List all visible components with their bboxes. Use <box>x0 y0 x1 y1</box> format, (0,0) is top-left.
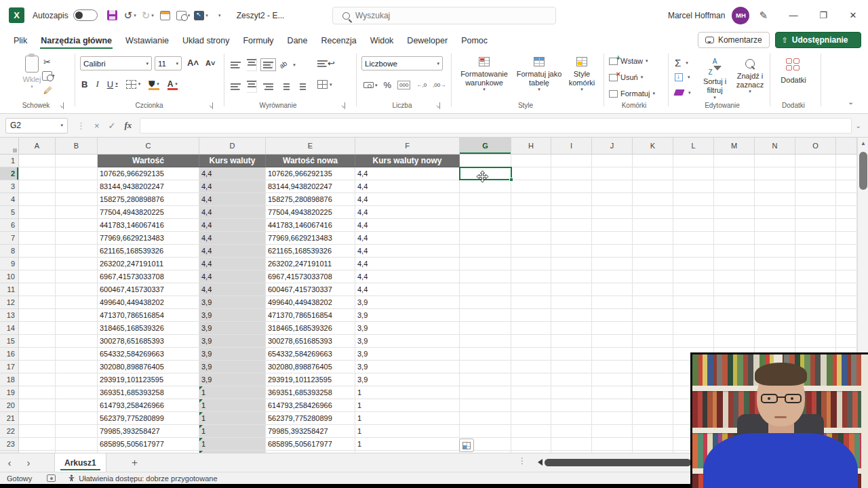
cell-I5[interactable] <box>551 206 592 219</box>
cell-F9[interactable]: 4,4 <box>355 258 460 270</box>
cell-L9[interactable] <box>673 258 714 270</box>
decrease-font-button[interactable]: A˅ <box>205 59 215 67</box>
cell-J4[interactable] <box>592 193 633 206</box>
cell-J23[interactable] <box>592 438 633 451</box>
cell-E22[interactable]: 79985,393258427 <box>266 425 355 438</box>
cell-partial-3[interactable] <box>836 180 857 193</box>
cell-K15[interactable] <box>633 335 673 348</box>
row-header-22[interactable]: 22 <box>0 425 19 438</box>
cell-I6[interactable] <box>551 219 592 232</box>
cell-D19[interactable]: 1 <box>199 386 266 399</box>
cell-A23[interactable] <box>19 438 56 451</box>
cell-J8[interactable] <box>592 245 633 258</box>
cell-M11[interactable] <box>714 283 755 296</box>
cell-N7[interactable] <box>755 232 795 245</box>
cell-B3[interactable] <box>56 180 98 193</box>
cell-J5[interactable] <box>592 206 633 219</box>
cell-B16[interactable] <box>56 348 98 361</box>
cell-F4[interactable]: 4,4 <box>355 193 460 206</box>
row-header-5[interactable]: 5 <box>0 206 19 219</box>
cell-K10[interactable] <box>633 270 673 283</box>
row-header-9[interactable]: 9 <box>0 258 19 270</box>
previous-sheet-icon[interactable]: ‹ <box>0 457 19 468</box>
cell-K13[interactable] <box>633 309 673 322</box>
cell-O12[interactable] <box>795 296 836 309</box>
cell-L10[interactable] <box>673 270 714 283</box>
cell-K2[interactable] <box>633 167 673 180</box>
cell-K22[interactable] <box>633 425 673 438</box>
cell-F22[interactable]: 1 <box>355 425 460 438</box>
row-header-6[interactable]: 6 <box>0 219 19 232</box>
row-header-10[interactable]: 10 <box>0 270 19 283</box>
cell-O15[interactable] <box>795 335 836 348</box>
cell-C16[interactable]: 654332,584269663 <box>98 348 199 361</box>
next-sheet-icon[interactable]: › <box>19 457 38 468</box>
cell-A7[interactable] <box>19 232 56 245</box>
cell-I7[interactable] <box>551 232 592 245</box>
cell-L2[interactable] <box>673 167 714 180</box>
row-header-13[interactable]: 13 <box>0 309 19 322</box>
cell-M3[interactable] <box>714 180 755 193</box>
cell-partial-10[interactable] <box>836 270 857 283</box>
cell-F12[interactable]: 3,9 <box>355 296 460 309</box>
font-name-select[interactable]: Calibri▾ <box>80 56 152 70</box>
cell-F14[interactable]: 3,9 <box>355 322 460 335</box>
percent-button[interactable]: % <box>384 80 392 90</box>
cell-A5[interactable] <box>19 206 56 219</box>
cell-B17[interactable] <box>56 361 98 373</box>
cell-C9[interactable]: 263202,247191011 <box>98 258 199 270</box>
column-header-A[interactable]: A <box>19 138 56 155</box>
cell-H6[interactable] <box>511 219 551 232</box>
cell-C12[interactable]: 499640,449438202 <box>98 296 199 309</box>
tab-deweloper[interactable]: Deweloper <box>400 33 454 50</box>
expand-formula-bar-icon[interactable]: ⌄ <box>856 122 861 129</box>
cell-C17[interactable]: 302080,898876405 <box>98 361 199 373</box>
cell-K19[interactable] <box>633 386 673 399</box>
column-header-partial[interactable] <box>836 138 857 155</box>
row-header-1[interactable]: 1 <box>0 155 19 167</box>
cell-E19[interactable]: 369351,685393258 <box>266 386 355 399</box>
align-top-button[interactable] <box>231 61 241 68</box>
cell-E20[interactable]: 614793,258426966 <box>266 399 355 412</box>
cut-button[interactable]: ✂ <box>43 57 51 67</box>
cell-E5[interactable]: 77504,4943820225 <box>266 206 355 219</box>
cell-E4[interactable]: 158275,280898876 <box>266 193 355 206</box>
cell-M1[interactable] <box>714 155 755 167</box>
row-header-18[interactable]: 18 <box>0 373 19 386</box>
cell-D2[interactable]: 4,4 <box>199 167 266 180</box>
cell-I19[interactable] <box>551 386 592 399</box>
restore-button[interactable]: ❐ <box>808 0 838 30</box>
cell-partial-6[interactable] <box>836 219 857 232</box>
row-header-14[interactable]: 14 <box>0 322 19 335</box>
cell-F21[interactable]: 1 <box>355 412 460 425</box>
cell-A8[interactable] <box>19 245 56 258</box>
cell-M8[interactable] <box>714 245 755 258</box>
format-as-table-button[interactable]: Formatuj jako tabelę ▾ <box>515 57 563 92</box>
cell-E14[interactable]: 318465,168539326 <box>266 322 355 335</box>
cell-C4[interactable]: 158275,280898876 <box>98 193 199 206</box>
autosum-button[interactable]: Σ <box>675 57 681 68</box>
fill-handle[interactable] <box>509 178 513 182</box>
cell-C21[interactable]: 562379,775280899 <box>98 412 199 425</box>
cell-D7[interactable]: 4,4 <box>199 232 266 245</box>
row-header-12[interactable]: 12 <box>0 296 19 309</box>
cell-A1[interactable] <box>19 155 56 167</box>
cell-F18[interactable]: 3,9 <box>355 373 460 386</box>
increase-indent-button[interactable] <box>296 83 306 90</box>
cell-O11[interactable] <box>795 283 836 296</box>
cell-K18[interactable] <box>633 373 673 386</box>
cell-N9[interactable] <box>755 258 795 270</box>
comments-button[interactable]: Komentarze <box>698 32 770 48</box>
cell-M13[interactable] <box>714 309 755 322</box>
cell-N4[interactable] <box>755 193 795 206</box>
cell-I10[interactable] <box>551 270 592 283</box>
cell-A11[interactable] <box>19 283 56 296</box>
cell-H20[interactable] <box>511 399 551 412</box>
cell-G12[interactable] <box>460 296 511 309</box>
column-header-E[interactable]: E <box>266 138 355 155</box>
wrap-text-button[interactable]: ↩ <box>317 58 335 68</box>
cell-M14[interactable] <box>714 322 755 335</box>
cell-I12[interactable] <box>551 296 592 309</box>
cell-B22[interactable] <box>56 425 98 438</box>
cell-B2[interactable] <box>56 167 98 180</box>
